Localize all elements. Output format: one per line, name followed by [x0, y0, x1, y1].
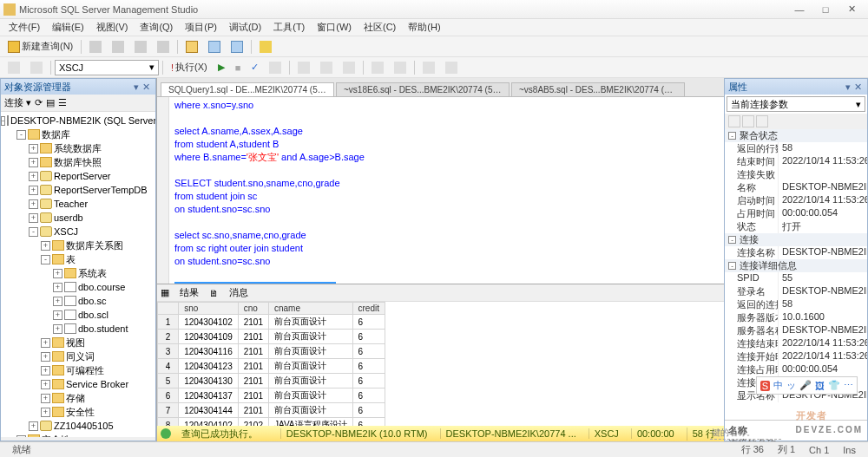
prop-row[interactable]: 返回的连接行数58 — [725, 298, 867, 311]
activity-icon[interactable] — [255, 38, 276, 55]
table-row[interactable]: 212043041092101前台页面设计6 — [158, 330, 385, 344]
prop-categorized-icon[interactable] — [728, 115, 740, 127]
tree-item[interactable]: -数据库 — [1, 127, 155, 141]
table-row[interactable]: 512043041302101前台页面设计6 — [158, 374, 385, 388]
tree-item[interactable]: +userdb — [1, 211, 155, 225]
database-combobox[interactable]: XSCJ▾ — [55, 60, 159, 75]
prop-row[interactable]: 连接开始时间2022/10/14 11:53:26 — [725, 350, 867, 363]
open-icon[interactable] — [181, 38, 202, 55]
menu-item[interactable]: 社区(C) — [358, 21, 401, 34]
estimated-plan-icon[interactable] — [265, 59, 286, 76]
menu-item[interactable]: 帮助(H) — [403, 21, 445, 34]
menu-item[interactable]: 文件(F) — [3, 21, 45, 34]
prop-category[interactable]: -连接详细信息 — [725, 259, 867, 272]
menu-item[interactable]: 窗口(W) — [312, 21, 357, 34]
prop-alpha-icon[interactable] — [742, 115, 754, 127]
include-plan-icon[interactable] — [316, 59, 337, 76]
prop-category[interactable]: -连接 — [725, 233, 867, 246]
oe-filter-icon[interactable]: ▤ — [46, 97, 55, 108]
panel-pin-icon[interactable]: ▾ — [132, 82, 141, 92]
tree-item[interactable]: +数据库快照 — [1, 155, 155, 169]
parse-button[interactable]: ✓ — [247, 59, 263, 75]
menu-item[interactable]: 查询(Q) — [135, 21, 178, 34]
prop-pages-icon[interactable] — [756, 115, 768, 127]
tree-item[interactable]: +数据库关系图 — [1, 238, 155, 252]
ime-char[interactable]: 🖼 — [815, 381, 825, 391]
prop-row[interactable]: 返回的行数58 — [725, 142, 867, 155]
tree-item[interactable]: +存储 — [1, 391, 155, 405]
table-row[interactable]: 612043041372101前台页面设计6 — [158, 388, 385, 403]
document-tab[interactable]: ~vs18E6.sql - DES...BME2IK\20774 (53)) — [336, 82, 510, 96]
ime-char[interactable]: 🎤 — [799, 380, 812, 391]
tree-item[interactable]: +系统数据库 — [1, 141, 155, 155]
document-tab[interactable]: ~vs8AB5.sql - DES...BME2IK\20774 (52)) — [511, 82, 685, 96]
ime-char[interactable]: ッ — [786, 379, 796, 392]
prop-row[interactable]: 连接结束时间2022/10/14 11:53:26 — [725, 337, 867, 350]
toolbar-icon-4[interactable] — [153, 38, 174, 55]
ime-char[interactable]: 中 — [773, 379, 783, 392]
tree-item[interactable]: +dbo.student — [1, 322, 155, 336]
indent-icon[interactable] — [418, 59, 439, 76]
prop-row[interactable]: 服务器版本10.0.1600 — [725, 311, 867, 324]
tree-item[interactable]: +Service Broker — [1, 377, 155, 391]
minimize-button[interactable]: — — [786, 4, 812, 15]
table-row[interactable]: 712043041442101前台页面设计6 — [158, 403, 385, 418]
tab-messages[interactable]: 消息 — [224, 286, 253, 299]
prop-row[interactable]: 连接名称DESKTOP-NBME2IK — [725, 246, 867, 259]
menu-item[interactable]: 视图(V) — [91, 21, 134, 34]
prop-row[interactable]: 连接占用时间00:00:00.054 — [725, 363, 867, 376]
column-header[interactable]: sno — [179, 303, 239, 315]
prop-category[interactable]: -聚合状态 — [725, 129, 867, 142]
outdent-icon[interactable] — [441, 59, 462, 76]
oe-refresh-icon[interactable]: ⟳ — [35, 97, 43, 108]
connection-icon[interactable] — [3, 59, 24, 76]
properties-combobox[interactable]: 当前连接参数▾ — [727, 96, 865, 112]
tree-item[interactable]: -XSCJ — [1, 225, 155, 238]
table-row[interactable]: 312043041162101前台页面设计6 — [158, 344, 385, 359]
tree-item[interactable]: +dbo.course — [1, 280, 155, 294]
tab-results[interactable]: 结果 — [174, 286, 204, 299]
sql-editor[interactable]: where x.sno=y.sno select A.sname,A.ssex,… — [157, 97, 724, 284]
tree-item[interactable]: +dbo.scl — [1, 308, 155, 322]
new-query-button[interactable]: 新建查询(N) — [3, 37, 77, 55]
save-icon[interactable] — [204, 38, 225, 55]
toolbar-icon-1[interactable] — [85, 38, 106, 55]
table-row[interactable]: 112043041022101前台页面设计6 — [158, 315, 385, 330]
prop-row[interactable]: 登录名DESKTOP-NBME2IK — [725, 285, 867, 298]
save-all-icon[interactable] — [227, 38, 247, 55]
tree-item[interactable]: +安全性 — [1, 405, 155, 419]
comment-icon[interactable] — [367, 59, 388, 76]
connect-dropdown[interactable]: 连接 ▾ — [4, 96, 31, 109]
sql-code[interactable]: where x.sno=y.sno select A.sname,A.ssex,… — [169, 97, 370, 284]
uncomment-icon[interactable] — [390, 59, 411, 76]
debug-button[interactable]: ▶ — [214, 59, 229, 75]
tree-item[interactable]: +系统表 — [1, 266, 155, 280]
tree-item[interactable]: -表 — [1, 252, 155, 266]
change-connection-icon[interactable] — [26, 59, 47, 76]
prop-row[interactable]: 占用时间00:00:00.054 — [725, 207, 867, 220]
table-row[interactable]: 412043041232101前台页面设计6 — [158, 359, 385, 374]
menu-item[interactable]: 调试(D) — [224, 21, 266, 34]
ime-char[interactable]: 👕 — [828, 380, 840, 391]
table-row[interactable]: 812043041022102JAVA语言程序设计6 — [158, 418, 385, 427]
ime-char[interactable]: ⋯ — [844, 380, 853, 391]
oe-stop-icon[interactable]: ☰ — [58, 97, 67, 108]
toolbar-icon-2[interactable] — [108, 38, 128, 55]
menu-item[interactable]: 编辑(E) — [47, 21, 89, 34]
tree-item[interactable]: +同义词 — [1, 349, 155, 363]
prop-row[interactable]: 启动时间2022/10/14 11:53:26 — [725, 194, 867, 207]
stop-button[interactable]: ■ — [231, 60, 246, 75]
tree-item[interactable]: +ZZ104405105 — [1, 419, 155, 433]
execute-button[interactable]: ! 执行(X) — [167, 58, 212, 76]
results-icon[interactable] — [293, 59, 314, 76]
menu-item[interactable]: 项目(P) — [180, 21, 222, 34]
panel-close-icon[interactable]: ✕ — [141, 82, 152, 92]
ime-toolbar[interactable]: S 中ッ🎤🖼👕⋯ — [756, 376, 858, 395]
prop-row[interactable]: 连接失败 — [725, 168, 867, 181]
menu-item[interactable]: 工具(T) — [268, 21, 310, 34]
object-tree[interactable]: -DESKTOP-NBME2IK (SQL Server 10.0.160-数据… — [1, 112, 155, 437]
tree-item[interactable]: -DESKTOP-NBME2IK (SQL Server 10.0.160 — [1, 114, 155, 127]
prop-row[interactable]: 服务器名称DESKTOP-NBME2IK — [725, 324, 867, 337]
props-pin-icon[interactable]: ▾ — [844, 82, 852, 92]
tree-item[interactable]: +Teacher — [1, 197, 155, 211]
